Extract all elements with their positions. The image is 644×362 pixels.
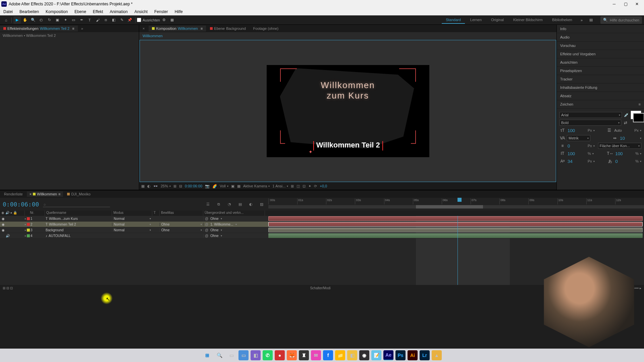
layer-bar[interactable] bbox=[268, 233, 643, 238]
app-icon[interactable]: ◧ bbox=[347, 350, 357, 360]
stroke-order-select[interactable]: Fläche über Kon...▾ bbox=[598, 143, 641, 149]
messenger-icon[interactable]: ✉ bbox=[311, 350, 321, 360]
res-icon[interactable]: ⊞ bbox=[173, 184, 176, 188]
workspace-standard[interactable]: Standard bbox=[442, 16, 465, 24]
resolution-select[interactable]: Voll▾ bbox=[220, 184, 228, 188]
panel-contentfill[interactable]: Inhaltsbasierte Füllung bbox=[557, 83, 644, 92]
timeline-dji-tab[interactable]: DJI_Mexiko bbox=[64, 191, 93, 197]
work-area-range[interactable] bbox=[416, 205, 483, 208]
alpha-icon[interactable]: ▦ bbox=[141, 184, 145, 188]
pickwhip-icon[interactable]: @ bbox=[205, 228, 208, 232]
timeline-search-input[interactable]: ⌕ bbox=[43, 201, 110, 207]
frameblend-icon[interactable]: ▤ bbox=[236, 200, 244, 208]
close-button[interactable]: ✕ bbox=[634, 1, 640, 7]
hscale-input[interactable] bbox=[614, 151, 634, 157]
stamp-tool-icon[interactable]: ⧈ bbox=[102, 16, 109, 24]
facebook-icon[interactable]: f bbox=[323, 350, 333, 360]
effect-controls-tab[interactable]: Effekteinstellungen Willkommen Teil 2 ≡ bbox=[0, 25, 78, 32]
menu-effekt[interactable]: Effekt bbox=[90, 9, 106, 14]
goggles-icon[interactable]: 👓 bbox=[153, 184, 158, 188]
label-color[interactable] bbox=[27, 229, 30, 232]
panel-audio[interactable]: Audio bbox=[557, 33, 644, 42]
channel-icon[interactable]: 🌈 bbox=[212, 184, 217, 188]
explorer-icon[interactable]: ▭ bbox=[238, 350, 249, 360]
track-matte-select[interactable]: Ohne▾ bbox=[160, 228, 203, 232]
panel-pinsel[interactable]: Pinselspitzen bbox=[557, 67, 644, 75]
panel-vorschau[interactable]: Vorschau bbox=[557, 42, 644, 50]
workspace-lernen[interactable]: Lernen bbox=[466, 16, 486, 24]
comp-mini-flow-icon[interactable]: ☰ bbox=[204, 200, 212, 208]
task-view-icon[interactable]: ▭ bbox=[226, 350, 236, 360]
pickwhip-icon[interactable]: @ bbox=[205, 234, 208, 238]
composition-viewer[interactable]: Willkommen zum Kurs Willkommen Teil 2 ✦ bbox=[140, 40, 556, 182]
views-select[interactable]: 1 Ansi...▾ bbox=[272, 184, 288, 188]
camera-select[interactable]: Aktive Kamera▾ bbox=[243, 184, 270, 188]
label-color[interactable] bbox=[27, 217, 30, 220]
after-effects-icon[interactable]: Ae bbox=[383, 350, 393, 360]
selection-handle-icon[interactable] bbox=[382, 141, 383, 150]
switches-modes-toggle[interactable]: Schalter/Modi bbox=[310, 286, 330, 290]
menu-animation[interactable]: Animation bbox=[106, 9, 131, 14]
text-tool-icon[interactable]: T bbox=[86, 16, 93, 24]
parent-select[interactable]: 1. Willkomme... bbox=[210, 223, 233, 226]
exposure-value[interactable]: +0,0 bbox=[320, 184, 327, 188]
label-color[interactable] bbox=[27, 234, 30, 237]
rotate-tool-icon[interactable]: ↻ bbox=[46, 16, 53, 24]
eraser-tool-icon[interactable]: ◧ bbox=[110, 16, 117, 24]
motionblur-icon[interactable]: ◐ bbox=[247, 200, 255, 208]
roi-icon[interactable]: ▣ bbox=[231, 184, 234, 188]
timeline-comp-tab[interactable]: × Willkommen ≡ bbox=[27, 191, 63, 197]
obs-icon[interactable]: ◉ bbox=[359, 350, 369, 360]
pickwhip-icon[interactable]: @ bbox=[205, 223, 208, 226]
fill-stroke-swatch[interactable] bbox=[631, 111, 641, 119]
workspace-more-icon[interactable]: » bbox=[578, 16, 585, 24]
workspace-panel-icon[interactable]: ▤ bbox=[587, 16, 595, 24]
vb-icon[interactable]: ⟳ bbox=[314, 184, 317, 188]
subtitle-text-selected[interactable]: Willkommen Teil 2 bbox=[311, 140, 385, 151]
menu-ebene[interactable]: Ebene bbox=[71, 9, 90, 14]
kerning-select[interactable]: Metrik▾ bbox=[567, 135, 590, 141]
blend-mode-select[interactable]: Normal▾ bbox=[112, 223, 152, 226]
app-icon[interactable]: ● bbox=[275, 350, 285, 360]
task-search-icon[interactable]: 🔍 bbox=[214, 350, 224, 360]
mask-icon[interactable]: ◐ bbox=[147, 184, 151, 188]
zoom-tool-icon[interactable]: 🔍 bbox=[30, 16, 37, 24]
menu-fenster[interactable]: Fenster bbox=[151, 9, 171, 14]
viewer-timecode[interactable]: 0:00:06:00 bbox=[185, 184, 202, 188]
leading-input[interactable]: Auto bbox=[613, 128, 633, 133]
panel-tracker[interactable]: Tracker bbox=[557, 75, 644, 83]
lightroom-icon[interactable]: Lr bbox=[420, 350, 430, 360]
notepad-icon[interactable]: 📝 bbox=[371, 350, 381, 360]
layer-row[interactable]: ◉ ▸1 TWillkom...zum Kurs Normal▾ @Ohne▾ bbox=[0, 216, 268, 222]
hand-tool-icon[interactable]: ✋ bbox=[21, 16, 29, 24]
tsume-input[interactable] bbox=[614, 159, 634, 164]
twirl-icon[interactable]: ▸ bbox=[25, 223, 26, 226]
font-family-select[interactable]: Arial▾ bbox=[559, 112, 622, 118]
blend-mode-select[interactable]: Normal▾ bbox=[112, 228, 152, 232]
twirl-icon[interactable]: ▸ bbox=[25, 217, 26, 220]
eyedropper-icon[interactable]: 💉 bbox=[623, 112, 629, 118]
snap-box-icon[interactable]: ▦ bbox=[168, 16, 176, 24]
zoom-select[interactable]: 25%▾ bbox=[161, 184, 171, 188]
composition-tab[interactable]: Komposition Willkommen ≡ bbox=[149, 25, 206, 32]
shape-tool-icon[interactable]: ▭ bbox=[70, 16, 77, 24]
panel-effekte[interactable]: Effekte und Vorgaben bbox=[557, 50, 644, 58]
font-style-select[interactable]: Bold▾ bbox=[559, 120, 621, 126]
current-timecode[interactable]: 0:00:06:00 bbox=[3, 201, 39, 208]
app-icon[interactable]: ♜ bbox=[299, 350, 309, 360]
snapping-checkbox[interactable]: Ausrichten bbox=[137, 18, 160, 22]
twirl-icon[interactable]: ▸ bbox=[25, 234, 26, 237]
layer-row[interactable]: ◉ ▸3 Background Normal▾ Ohne▾ @Ohne▾ bbox=[0, 227, 268, 233]
swap-colors-icon[interactable]: ⇄ bbox=[623, 120, 629, 126]
menu-datei[interactable]: Datei bbox=[0, 9, 16, 14]
snap-opt-icon[interactable]: ⚙ bbox=[160, 16, 168, 24]
transparency-icon[interactable]: ▦ bbox=[237, 184, 240, 188]
folder-icon[interactable]: 📁 bbox=[335, 350, 345, 360]
vb-icon[interactable]: ◫ bbox=[297, 184, 300, 188]
selection-tool-icon[interactable]: ▶ bbox=[13, 16, 21, 24]
render-queue-tab[interactable]: Renderliste bbox=[1, 191, 25, 197]
twirl-icon[interactable]: ▸ bbox=[25, 229, 26, 232]
layer-row[interactable]: 🔊 ▸4 ♪AUTOUNFALL @Ohne▾ bbox=[0, 233, 268, 239]
orbit-tool-icon[interactable]: ◴ bbox=[38, 16, 45, 24]
vb-icon[interactable]: ⊡ bbox=[303, 184, 306, 188]
